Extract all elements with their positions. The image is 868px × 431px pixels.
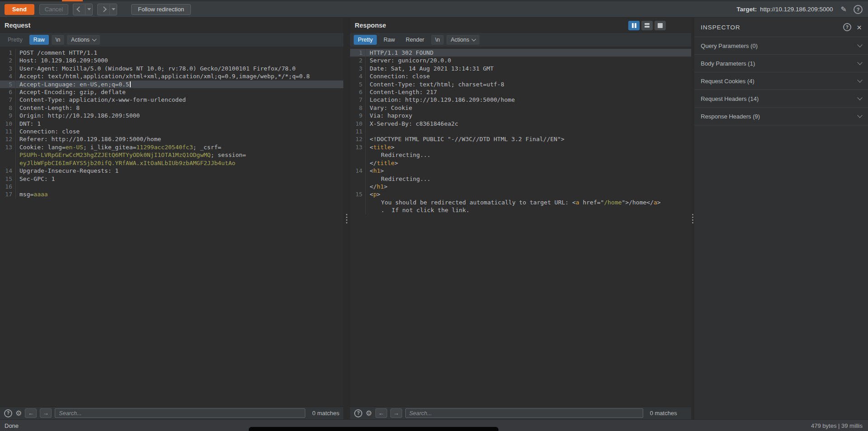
line-text: Redirecting...: [366, 151, 431, 159]
code-line[interactable]: 11Connection: close: [0, 128, 343, 135]
code-line[interactable]: . If not click the link.: [350, 206, 691, 214]
code-line[interactable]: 1POST /comment HTTP/1.1: [0, 49, 343, 57]
search-next-button[interactable]: →: [40, 408, 52, 418]
code-line[interactable]: 3User-Agent: Mozilla/5.0 (Windows NT 10.…: [0, 65, 343, 72]
history-forward-button[interactable]: [97, 4, 117, 15]
tab-pretty[interactable]: Pretty: [4, 35, 27, 45]
search-input[interactable]: [405, 408, 643, 418]
edit-target-icon[interactable]: ✎: [841, 5, 847, 14]
code-line[interactable]: 5Content-Type: text/html; charset=utf-8: [350, 81, 691, 88]
code-line[interactable]: Redirecting...: [350, 151, 691, 159]
close-icon[interactable]: ×: [857, 23, 862, 32]
code-line[interactable]: 15<p>: [350, 190, 691, 198]
code-line[interactable]: 12<!DOCTYPE HTML PUBLIC "-//W3C//DTD HTM…: [350, 135, 691, 143]
code-line[interactable]: </title>: [350, 159, 691, 167]
code-line[interactable]: You should be redirected automatically t…: [350, 199, 691, 206]
request-response-divider[interactable]: [343, 18, 350, 419]
line-text: Content-Length: 8: [16, 104, 80, 112]
line-number: 7: [350, 96, 366, 104]
code-line[interactable]: Redirecting...: [350, 175, 691, 183]
code-line[interactable]: 7Location: http://10.129.186.209:5000/ho…: [350, 96, 691, 104]
code-line[interactable]: 17msg=aaaa: [0, 190, 343, 198]
search-prev-button[interactable]: ←: [25, 408, 37, 418]
code-line[interactable]: 14Upgrade-Insecure-Requests: 1: [0, 167, 343, 175]
inspector-section-request-headers[interactable]: Request Headers (14): [694, 90, 868, 108]
search-prev-button[interactable]: ←: [375, 408, 387, 418]
tab-newline[interactable]: \n: [52, 35, 64, 45]
code-line[interactable]: PSUPh-LVRpGErwCcM23hgZZJEtQ6MTYyODk0NjI1…: [0, 151, 343, 159]
code-line[interactable]: 8Content-Length: 8: [0, 104, 343, 112]
code-line[interactable]: 12Referer: http://10.129.186.209:5000/ho…: [0, 135, 343, 143]
response-inspector-divider[interactable]: [691, 18, 694, 419]
tab-newline[interactable]: \n: [431, 35, 444, 45]
layout-single-button[interactable]: [655, 21, 666, 30]
code-line[interactable]: 4Connection: close: [350, 72, 691, 80]
inspector-section-body-parameters[interactable]: Body Parameters (1): [694, 55, 868, 72]
back-dropdown-button[interactable]: [85, 8, 92, 10]
arrow-left-icon: ←: [378, 410, 384, 417]
tab-raw[interactable]: Raw: [29, 35, 49, 45]
text-cursor: [130, 81, 131, 87]
code-line[interactable]: 9Via: haproxy: [350, 112, 691, 119]
line-text: . If not click the link.: [366, 206, 470, 214]
search-input[interactable]: [55, 408, 305, 418]
line-number: 13: [350, 143, 366, 151]
code-line[interactable]: 6Content-Length: 217: [350, 88, 691, 96]
line-number: 10: [0, 120, 16, 128]
code-line[interactable]: 15Sec-GPC: 1: [0, 175, 343, 183]
line-number: 11: [350, 128, 366, 135]
code-line[interactable]: 16: [0, 183, 343, 190]
tab-pretty[interactable]: Pretty: [354, 35, 377, 45]
code-line[interactable]: 13Cookie: lang=en-US; i_like_gitea=11299…: [0, 143, 343, 151]
help-icon[interactable]: ?: [843, 23, 851, 31]
forward-dropdown-button[interactable]: [110, 8, 117, 10]
code-line[interactable]: 14<h1>: [350, 167, 691, 175]
layout-columns-button[interactable]: [628, 21, 640, 30]
inspector-section-response-headers[interactable]: Response Headers (9): [694, 108, 868, 125]
search-next-button[interactable]: →: [390, 408, 402, 418]
code-line[interactable]: 10DNT: 1: [0, 120, 343, 128]
target-url: http://10.129.186.209:5000: [760, 6, 833, 13]
tab-render[interactable]: Render: [402, 35, 428, 45]
settings-gear-icon[interactable]: ⚙: [15, 410, 22, 417]
burp-repeater-window: Send Cancel Follow redirection Target:ht…: [0, 0, 868, 431]
request-editor[interactable]: 1POST /comment HTTP/1.12Host: 10.129.186…: [0, 47, 343, 407]
cancel-button[interactable]: Cancel: [39, 4, 68, 15]
code-line[interactable]: 2Host: 10.129.186.209:5000: [0, 57, 343, 64]
tab-actions[interactable]: Actions: [446, 35, 479, 45]
tab-raw[interactable]: Raw: [379, 35, 399, 45]
tab-label: \n: [56, 37, 60, 43]
code-line[interactable]: 1HTTP/1.1 302 FOUND: [350, 49, 691, 57]
code-line[interactable]: 7Content-Type: application/x-www-form-ur…: [0, 96, 343, 104]
search-help-icon[interactable]: ?: [4, 409, 12, 417]
code-line[interactable]: 9Origin: http://10.129.186.209:5000: [0, 112, 343, 119]
line-text: Accept-Encoding: gzip, deflate: [16, 88, 126, 96]
code-line[interactable]: 6Accept-Encoding: gzip, deflate: [0, 88, 343, 96]
inspector-section-query-parameters[interactable]: Query Parameters (0): [694, 37, 868, 55]
follow-redirection-button[interactable]: Follow redirection: [131, 4, 191, 15]
code-line[interactable]: 2Server: gunicorn/20.0.0: [350, 57, 691, 64]
tab-actions[interactable]: Actions: [67, 35, 100, 45]
code-line[interactable]: </h1>: [350, 183, 691, 190]
code-line[interactable]: 4Accept: text/html,application/xhtml+xml…: [0, 72, 343, 80]
code-line[interactable]: 5Accept-Language: en-US,en;q=0.5: [0, 81, 343, 88]
response-editor[interactable]: 1HTTP/1.1 302 FOUND2Server: gunicorn/20.…: [350, 47, 691, 407]
code-line[interactable]: 8Vary: Cookie: [350, 104, 691, 112]
status-text: Done: [5, 422, 19, 429]
line-number: 8: [0, 104, 16, 112]
request-panel-title: Request: [5, 22, 30, 29]
code-line[interactable]: 3Date: Sat, 14 Aug 2021 13:14:31 GMT: [350, 65, 691, 72]
search-help-icon[interactable]: ?: [354, 409, 362, 417]
code-line[interactable]: eyJlbWFpbCI6ImFAYS5jb20ifQ.YRfAWA.xItOaN…: [0, 159, 343, 167]
help-icon[interactable]: ?: [854, 5, 863, 14]
send-button[interactable]: Send: [5, 4, 34, 15]
code-line[interactable]: 10X-Served-By: c8361846ea2c: [350, 120, 691, 128]
toolbar: Send Cancel Follow redirection Target:ht…: [0, 1, 868, 18]
layout-rows-button[interactable]: [641, 21, 653, 30]
history-back-button[interactable]: [73, 4, 93, 15]
line-text: You should be redirected automatically t…: [366, 199, 660, 206]
code-line[interactable]: 11: [350, 128, 691, 135]
inspector-section-request-cookies[interactable]: Request Cookies (4): [694, 72, 868, 90]
code-line[interactable]: 13<title>: [350, 143, 691, 151]
settings-gear-icon[interactable]: ⚙: [365, 410, 372, 417]
